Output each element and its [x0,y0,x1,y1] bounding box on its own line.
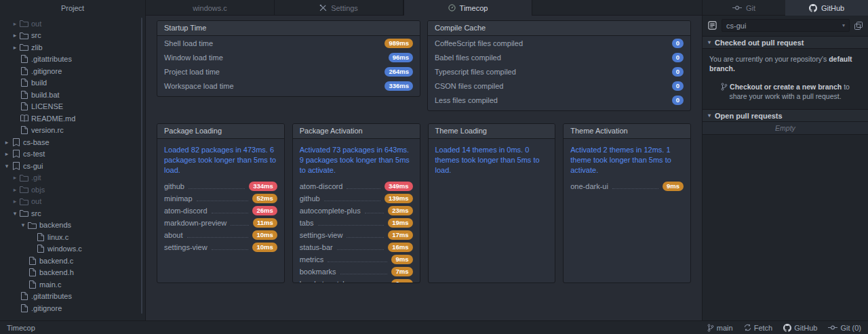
chevron-right-icon[interactable]: ▸ [11,20,19,27]
chevron-right-icon[interactable]: ▸ [3,139,11,146]
tree-item-backend-c[interactable]: backend.c [0,255,145,267]
tree-item-label: backends [39,221,71,229]
package-row: settings-view17ms [293,229,420,241]
tree-item-version-rc[interactable]: version.rc [0,125,145,137]
open-prs-header[interactable]: ▾ Open pull requests [703,109,868,122]
timing-badge: 19ms [388,218,412,228]
tree-item-gitattributes[interactable]: .gitattributes [0,291,145,303]
tree-item-cs-test[interactable]: ▸cs-test [0,148,145,161]
timing-badge: 0 [672,39,684,48]
folder-icon [19,43,29,51]
tree-item-zlib[interactable]: ▸zlib [0,41,145,54]
tree-scrollbar[interactable] [141,18,142,314]
timing-badge: 23ms [388,206,412,215]
package-row: markdown-preview11ms [157,217,284,229]
metric-label: Project load time [164,68,220,76]
timing-badge: 989ms [384,39,413,48]
checked-out-pr-header[interactable]: ▾ Checked out pull request [703,36,868,49]
timecop-view: Startup Time Shell load time989msWindow … [146,16,702,320]
tree-item-out[interactable]: ▸out [0,18,145,30]
tree-item-main-c[interactable]: main.c [0,278,145,291]
checked-out-pr-label: Checked out pull request [715,39,804,47]
tab-timecop[interactable]: Timecop [403,0,532,16]
tree-item-license[interactable]: LICENSE [0,101,145,113]
tree-item-cs-base[interactable]: ▸cs-base [0,136,145,148]
repo-icon [11,150,21,158]
repository-list-icon[interactable] [708,21,717,30]
git-tile[interactable]: Git (0) [828,324,861,332]
chevron-right-icon[interactable]: ▸ [11,198,19,205]
theme-activation-panel: Theme ActivationActivated 2 themes in 12… [563,123,691,283]
tree-item-git[interactable]: ▸.git [0,172,145,184]
fetch-button[interactable]: Fetch [744,324,773,332]
file-icon [27,280,37,289]
metric-label: Workspace load time [164,82,234,90]
tab-github[interactable]: GitHub [785,0,868,16]
folder-icon [19,20,29,27]
repository-select[interactable]: cs-gui ▾ [722,19,850,32]
tree-item-label: .gitignore [31,304,62,312]
tab-windows-c[interactable]: windows.c [146,0,275,16]
github-tile[interactable]: GitHub [783,324,817,332]
package-name: tabs [300,219,314,227]
file-icon [19,102,29,110]
tree-item-build-bat[interactable]: build.bat [0,89,145,101]
tree-item-build[interactable]: build [0,77,145,89]
tree-item-cs-gui[interactable]: ▾cs-gui [0,160,145,172]
chevron-right-icon[interactable]: ▸ [11,32,19,39]
panel-title: Theme Loading [429,124,555,139]
tree-item-src[interactable]: ▸src [0,30,145,42]
chevron-right-icon[interactable]: ▸ [11,186,19,193]
chevron-down-icon[interactable]: ▾ [19,222,27,228]
folder-icon [19,174,29,182]
branch-indicator[interactable]: main [707,324,733,332]
editor-pane: windows.c Settings Timecop Startup Time … [146,0,702,320]
chevron-right-icon[interactable]: ▸ [11,174,19,181]
file-icon [35,245,45,253]
timing-badge: 0 [672,96,684,105]
tree-item-src[interactable]: ▾src [0,207,145,220]
chevron-right-icon[interactable]: ▸ [3,150,11,157]
package-row: about10ms [157,229,284,241]
tree-item-label: README.md [31,114,75,123]
tree-item-label: .git [31,173,41,182]
tree-item-gitignore[interactable]: .gitignore [0,302,145,314]
tree-item-linux-c[interactable]: linux.c [0,231,145,243]
project-panel-header: Project [0,0,145,16]
file-icon [19,126,29,134]
chevron-down-icon[interactable]: ▾ [3,163,11,169]
file-icon [19,91,29,99]
tree-item-backend-h[interactable]: backend.h [0,267,145,279]
timing-badge: 10ms [252,243,277,252]
copy-icon[interactable] [854,22,863,30]
tree-item-out[interactable]: ▸out [0,196,145,208]
git-commit-icon [828,325,837,331]
tree-item-gitattributes[interactable]: .gitattributes [0,54,145,66]
package-name: bookmarks [300,268,336,276]
dotted-leader [212,209,249,213]
chevron-down-icon[interactable]: ▾ [11,210,19,217]
tree-item-backends[interactable]: ▾backends [0,220,145,232]
tree-item-label: main.c [39,280,61,289]
tree-view-panel: Project ▸out▸src▸zlib.gitattributes.giti… [0,0,146,320]
tab-git[interactable]: Git [703,0,785,16]
timing-badge: 349ms [384,182,413,191]
package-row: atom-discord26ms [157,205,284,217]
tree-item-windows-c[interactable]: windows.c [0,243,145,255]
tree-item-label: objs [31,186,45,194]
package-row: github334ms [157,180,284,192]
dotted-leader [328,257,387,262]
git-commit-icon [732,5,742,11]
panel-rows: one-dark-ui9ms [564,180,690,192]
chevron-right-icon[interactable]: ▸ [11,44,19,51]
folder-icon [19,186,29,193]
package-name: status-bar [300,243,333,251]
metric-label: Less files compiled [435,96,498,104]
panel-summary: Activated 73 packages in 643ms. 9 packag… [293,139,420,180]
tree-item-label: src [31,31,41,39]
tab-settings[interactable]: Settings [275,0,403,16]
tree-item-objs[interactable]: ▸objs [0,184,145,196]
editor-tab-bar: windows.c Settings Timecop [146,0,702,16]
tree-item-readme-md[interactable]: README.md [0,112,145,125]
tree-item-gitignore[interactable]: .gitignore [0,65,145,77]
